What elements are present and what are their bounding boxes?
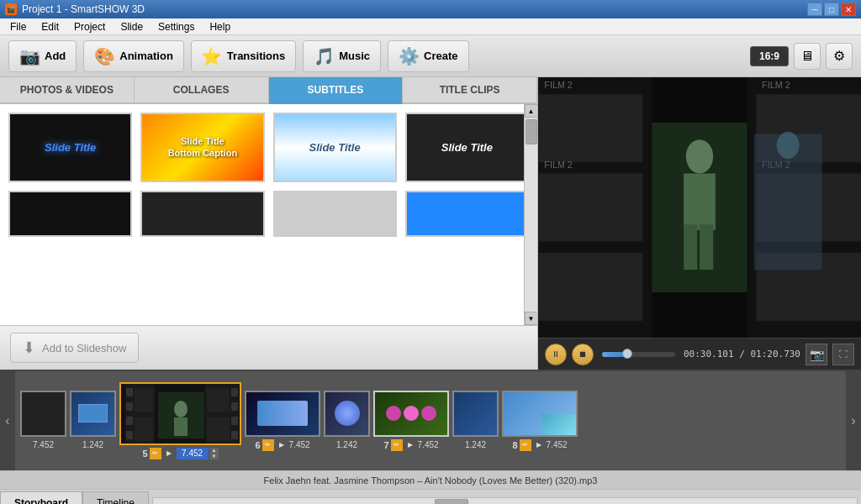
playback-controls: ⏸ ⏹ 00:30.101 / 01:20.730 📷 ⛶ bbox=[538, 338, 861, 370]
slide-edit-button-8[interactable]: ✏ bbox=[520, 439, 531, 451]
slide-item-6: 6 ✏ ▶ 7.452 bbox=[245, 391, 320, 452]
svg-text:FILM 2: FILM 2 bbox=[544, 80, 573, 90]
menu-edit[interactable]: Edit bbox=[34, 19, 66, 34]
slide-play-button-7[interactable]: ▶ bbox=[404, 439, 416, 451]
slide-thumb-6[interactable] bbox=[245, 391, 320, 437]
time-current: 00:30.101 bbox=[684, 349, 734, 360]
slide-thumb-7[interactable] bbox=[373, 391, 449, 437]
menu-file[interactable]: File bbox=[3, 19, 33, 34]
fullscreen-button[interactable]: ⛶ bbox=[832, 344, 854, 365]
create-button[interactable]: ⚙️ Create bbox=[388, 40, 468, 72]
main-content: PHOTOS & VIDEOS COLLAGES SUBTITLES TITLE… bbox=[0, 77, 861, 370]
slide-play-button-6[interactable]: ▶ bbox=[276, 439, 288, 451]
menu-settings[interactable]: Settings bbox=[151, 19, 201, 34]
content-scrollbar[interactable]: ▲ ▼ bbox=[524, 104, 537, 325]
slide-item-5: 5 ✏ ▶ ▲ ▼ bbox=[119, 382, 241, 460]
tab-photos-videos[interactable]: PHOTOS & VIDEOS bbox=[0, 77, 135, 102]
subtitle-item-7[interactable] bbox=[273, 191, 397, 237]
menu-slide[interactable]: Slide bbox=[114, 19, 150, 34]
h-scroll-thumb[interactable] bbox=[435, 499, 468, 505]
slides-container: 7.452 1.242 bbox=[15, 379, 846, 464]
add-slideshow-label: Add to Slideshow bbox=[42, 342, 126, 354]
subtitle-item-6[interactable] bbox=[140, 191, 264, 237]
svg-rect-36 bbox=[126, 388, 133, 396]
svg-rect-11 bbox=[539, 253, 643, 321]
tab-collages[interactable]: COLLAGES bbox=[135, 77, 269, 102]
slide-item-7: 7 ✏ ▶ 7.452 bbox=[373, 391, 449, 452]
slide-controls-5: 5 ✏ ▶ ▲ ▼ bbox=[142, 447, 218, 460]
animation-icon: 🎨 bbox=[94, 46, 114, 66]
slide-controls-6: 6 ✏ ▶ 7.452 bbox=[255, 438, 309, 452]
subtitle-item-2[interactable]: Slide TitleBottom Caption bbox=[140, 113, 264, 182]
scroll-down-arrow[interactable]: ▼ bbox=[525, 312, 538, 325]
subtitle-item-1[interactable]: Slide Title bbox=[8, 113, 132, 182]
tab-subtitles[interactable]: SUBTITLES bbox=[269, 77, 404, 104]
animation-button[interactable]: 🎨 Animation bbox=[83, 40, 184, 72]
slide-duration-blue: 1.242 bbox=[82, 440, 103, 449]
subtitle-grid: Slide Title Slide TitleBottom Caption Sl… bbox=[8, 113, 529, 182]
slide-thumb-5[interactable] bbox=[119, 382, 241, 445]
menu-help[interactable]: Help bbox=[203, 19, 237, 34]
add-button[interactable]: 📷 Add bbox=[8, 40, 77, 72]
pause-button[interactable]: ⏸ bbox=[545, 344, 567, 365]
slide-controls-8: 8 ✏ ▶ 7.452 bbox=[512, 438, 567, 452]
screenshot-button[interactable]: 📷 bbox=[806, 344, 827, 365]
svg-rect-40 bbox=[135, 388, 153, 412]
music-bar: Felix Jaehn feat. Jasmine Thompson – Ain… bbox=[0, 470, 861, 489]
display-settings-button[interactable]: 🖥 bbox=[794, 43, 821, 70]
add-label: Add bbox=[45, 50, 66, 62]
spinner-down-5[interactable]: ▼ bbox=[210, 454, 219, 459]
slide-play-button-8[interactable]: ▶ bbox=[533, 439, 545, 451]
toolbar-right: 16:9 🖥 ⚙ bbox=[750, 43, 853, 70]
slide-duration-partial: 7.452 bbox=[33, 440, 54, 449]
stop-button[interactable]: ⏹ bbox=[572, 344, 594, 365]
scroll-up-arrow[interactable]: ▲ bbox=[525, 104, 538, 118]
slide-thumb-8[interactable] bbox=[502, 391, 578, 437]
music-button[interactable]: 🎵 Music bbox=[303, 40, 381, 72]
maximize-button[interactable]: □ bbox=[824, 3, 839, 16]
horizontal-scrollbar[interactable] bbox=[152, 497, 858, 505]
menu-project[interactable]: Project bbox=[67, 19, 112, 34]
svg-rect-50 bbox=[207, 388, 230, 412]
titlebar-controls[interactable]: ─ □ ✕ bbox=[807, 3, 856, 16]
subtitle-item-5[interactable] bbox=[8, 191, 132, 237]
slide-edit-button-7[interactable]: ✏ bbox=[391, 439, 403, 451]
prev-arrow[interactable]: ‹ bbox=[0, 371, 15, 470]
time-sep: / bbox=[734, 349, 751, 360]
slide-num-8: 8 bbox=[512, 440, 517, 450]
minimize-button[interactable]: ─ bbox=[807, 3, 822, 16]
slide-num-6: 6 bbox=[255, 440, 260, 450]
svg-text:FILM 2: FILM 2 bbox=[762, 80, 790, 90]
slide-thumb-partial[interactable] bbox=[20, 391, 66, 437]
gear-button[interactable]: ⚙ bbox=[826, 43, 853, 70]
slide-item-partial: 7.452 bbox=[20, 391, 66, 452]
subtitle-item-3[interactable]: Slide Title bbox=[273, 113, 397, 182]
slide-edit-button-5[interactable]: ✏ bbox=[150, 448, 161, 459]
storyboard: ‹ 7.452 1.242 bbox=[0, 370, 861, 470]
slide-thumb-lights[interactable] bbox=[324, 391, 370, 437]
tab-title-clips[interactable]: TITLE CLIPS bbox=[403, 77, 537, 102]
slide-thumb-blue2[interactable] bbox=[452, 391, 499, 437]
add-to-slideshow-button[interactable]: ⬇ Add to Slideshow bbox=[10, 333, 139, 363]
close-button[interactable]: ✕ bbox=[841, 3, 856, 16]
slide-controls-blue2: 1.242 bbox=[465, 438, 486, 452]
slide-duration-input-5[interactable] bbox=[177, 448, 209, 459]
subtitle-text-3: Slide Title bbox=[309, 141, 361, 154]
slide-play-button-5[interactable]: ▶ bbox=[163, 448, 175, 459]
tab-timeline[interactable]: Timeline bbox=[82, 491, 149, 504]
transitions-button[interactable]: ⭐ Transitions bbox=[191, 40, 296, 72]
svg-rect-9 bbox=[539, 94, 643, 162]
ratio-button[interactable]: 16:9 bbox=[750, 46, 789, 66]
tab-storyboard[interactable]: Storyboard bbox=[0, 491, 82, 504]
music-track: Felix Jaehn feat. Jasmine Thompson – Ain… bbox=[264, 475, 598, 486]
titlebar-left: 🎬 Project 1 - SmartSHOW 3D bbox=[5, 3, 145, 15]
music-icon: 🎵 bbox=[314, 46, 334, 66]
slide-edit-button-6[interactable]: ✏ bbox=[262, 439, 274, 451]
slide-thumb-blue[interactable] bbox=[70, 391, 116, 437]
next-arrow[interactable]: › bbox=[846, 371, 861, 470]
subtitle-item-8[interactable] bbox=[405, 191, 529, 237]
progress-bar[interactable] bbox=[602, 352, 675, 357]
spinner-up-5[interactable]: ▲ bbox=[210, 448, 219, 454]
subtitle-item-4[interactable]: Slide Title bbox=[405, 113, 529, 182]
scroll-thumb[interactable] bbox=[526, 119, 537, 144]
